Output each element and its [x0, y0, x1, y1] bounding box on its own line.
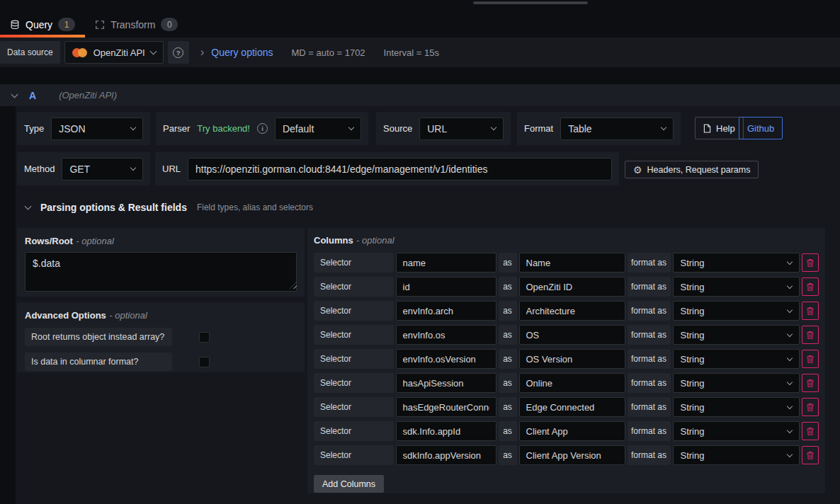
delete-column-button[interactable] [802, 422, 819, 440]
max-data-points-stat: MD = auto = 1702 [292, 47, 365, 58]
collapse-chevron-icon[interactable] [11, 91, 18, 98]
column-alias-input[interactable] [519, 301, 625, 321]
column-format-select[interactable]: String [673, 349, 800, 369]
columns-panel: Columns - optional Selector as format as… [307, 228, 825, 493]
document-icon [703, 124, 711, 133]
datasource-help-button[interactable]: ? [168, 41, 189, 64]
delete-column-button[interactable] [802, 350, 819, 368]
format-as-label: format as [628, 349, 671, 369]
try-backend-hint[interactable]: Try backend! [197, 123, 250, 134]
selector-label: Selector [314, 325, 394, 345]
help-button[interactable]: Help [695, 117, 744, 139]
column-format-select[interactable]: String [673, 253, 800, 273]
chevron-right-icon: › [200, 45, 205, 59]
column-format-select[interactable]: String [673, 325, 800, 345]
column-alias-input[interactable] [519, 421, 625, 441]
column-alias-input[interactable] [519, 373, 625, 393]
tab-query[interactable]: Query 1 [0, 11, 85, 38]
trash-icon [806, 379, 815, 388]
column-selector-input[interactable] [396, 349, 496, 369]
headers-request-params-button[interactable]: ⚙ Headers, Request params [625, 161, 759, 178]
column-alias-input[interactable] [519, 445, 625, 465]
delete-column-button[interactable] [802, 326, 819, 344]
column-selector-input[interactable] [396, 445, 496, 465]
column-format-select[interactable]: String [673, 421, 800, 441]
column-format-select[interactable]: String [673, 373, 800, 393]
method-select[interactable]: GET [62, 158, 143, 181]
column-selector-input[interactable] [396, 277, 496, 297]
rows-root-input[interactable] [25, 252, 297, 292]
chevron-down-icon [787, 331, 793, 336]
columnar-format-checkbox[interactable] [199, 357, 210, 367]
parser-field-group: Parser Try backend! i Default [156, 112, 368, 145]
columns-rows: Selector as format as String Selector as… [314, 253, 819, 465]
add-columns-button[interactable]: Add Columns [314, 475, 384, 493]
root-returns-object-checkbox[interactable] [199, 332, 210, 343]
query-row-header[interactable]: A (OpenZiti API) [0, 84, 840, 106]
delete-column-button[interactable] [802, 277, 819, 296]
columns-label: Columns [314, 235, 353, 246]
as-label: as [499, 253, 517, 273]
github-button[interactable]: Github [739, 117, 783, 139]
advanced-option-row: Root returns object instead array? [25, 328, 297, 346]
chevron-down-icon [787, 403, 793, 408]
column-format-select[interactable]: String [673, 445, 800, 465]
format-select[interactable]: Table [560, 118, 674, 140]
top-bar: Query 1 Transform 0 [0, 0, 840, 38]
source-select[interactable]: URL [419, 118, 504, 140]
parsing-section-header[interactable]: Parsing options & Result fields Field ty… [25, 202, 313, 213]
datasource-bar: Data source OpenZiti API ? › Query optio… [0, 38, 840, 67]
method-field-group: Method GET [17, 152, 150, 185]
column-format-select[interactable]: String [673, 277, 800, 297]
type-select[interactable]: JSON [51, 118, 143, 140]
collapse-chevron-icon[interactable] [25, 203, 32, 210]
drag-handle[interactable] [473, 1, 588, 4]
delete-column-button[interactable] [802, 446, 819, 464]
optional-hint: - optional [76, 236, 113, 246]
url-input[interactable] [188, 158, 612, 181]
column-selector-input[interactable] [396, 253, 496, 273]
chevron-down-icon [130, 165, 136, 171]
transform-icon [95, 20, 105, 30]
delete-column-button[interactable] [802, 302, 819, 320]
tab-transform-label: Transform [110, 19, 155, 30]
database-icon [10, 20, 20, 30]
url-label: URL [162, 164, 181, 174]
column-selector-input[interactable] [396, 325, 496, 345]
selector-label: Selector [314, 397, 394, 417]
column-selector-input[interactable] [396, 373, 496, 393]
column-alias-input[interactable] [519, 349, 625, 369]
parsing-section-subtitle: Field types, alias and selectors [197, 202, 313, 212]
column-row: Selector as format as String [314, 373, 819, 393]
delete-column-button[interactable] [802, 398, 819, 416]
column-alias-input[interactable] [519, 397, 625, 417]
parser-select[interactable]: Default [275, 118, 361, 140]
datasource-picker[interactable]: OpenZiti API [64, 41, 164, 64]
query-options-toggle[interactable]: Query options [211, 47, 273, 58]
selector-label: Selector [314, 253, 394, 273]
format-as-label: format as [628, 421, 671, 441]
delete-column-button[interactable] [802, 374, 819, 392]
column-alias-input[interactable] [519, 277, 625, 297]
format-as-label: format as [628, 445, 671, 465]
chevron-down-icon [787, 258, 793, 264]
query-editor-body: Type JSON Parser Try backend! i Default … [16, 106, 840, 504]
column-selector-input[interactable] [396, 397, 496, 417]
column-alias-input[interactable] [519, 253, 625, 273]
column-format-select[interactable]: String [673, 301, 800, 321]
delete-column-button[interactable] [802, 253, 819, 272]
trash-icon [806, 451, 815, 460]
tab-transform[interactable]: Transform 0 [85, 11, 188, 38]
chevron-down-icon [787, 379, 793, 384]
column-selector-input[interactable] [396, 421, 496, 441]
column-row: Selector as format as String [314, 277, 819, 297]
query-ref-name[interactable]: A [29, 90, 36, 101]
column-format-select[interactable]: String [673, 397, 800, 417]
chevron-down-icon [787, 307, 793, 312]
source-field-group: Source URL [376, 112, 511, 145]
column-alias-input[interactable] [519, 325, 625, 345]
format-as-label: format as [628, 373, 671, 393]
openziti-logo-icon [72, 48, 88, 57]
trash-icon [806, 258, 815, 268]
column-selector-input[interactable] [396, 301, 496, 321]
